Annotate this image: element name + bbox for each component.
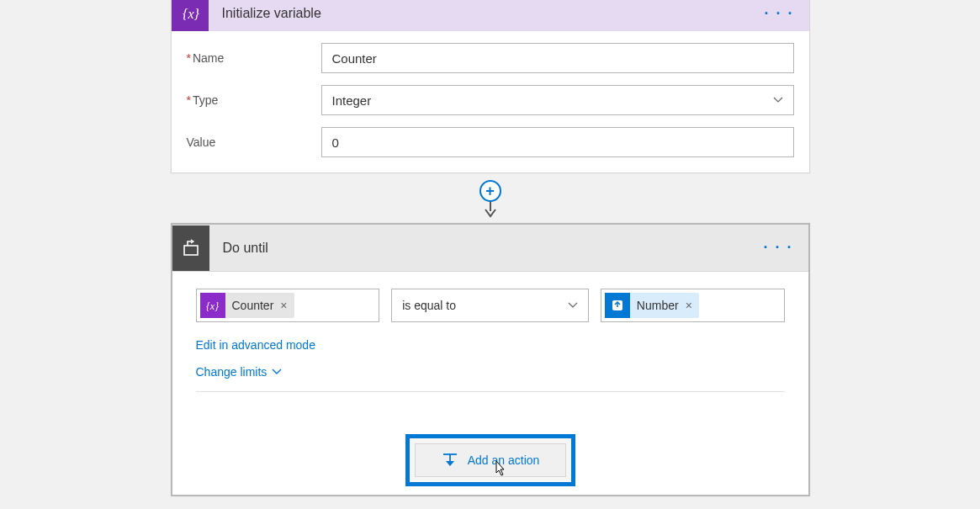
remove-counter-token[interactable]: × (280, 299, 287, 312)
svg-rect-2 (184, 246, 198, 255)
init-var-title: Initialize variable (209, 6, 760, 21)
add-action-button[interactable]: Add an action (415, 443, 566, 477)
counter-token[interactable]: {x} Counter × (200, 293, 294, 318)
change-limits-link[interactable]: Change limits (196, 365, 283, 379)
number-token[interactable]: Number × (605, 293, 699, 318)
do-until-menu-button[interactable]: · · · (758, 239, 797, 257)
init-var-menu-button[interactable]: · · · (759, 5, 798, 23)
svg-text:{x}: {x} (183, 7, 200, 21)
do-until-body: {x} Counter × is equal to (172, 272, 808, 495)
chevron-down-icon (773, 95, 783, 105)
left-operand-box[interactable]: {x} Counter × (196, 289, 380, 322)
operator-select[interactable]: is equal to (391, 289, 589, 322)
chevron-down-icon (568, 300, 578, 310)
init-var-header[interactable]: {x} Initialize variable · · · (172, 0, 809, 31)
type-select[interactable]: Integer (321, 85, 794, 115)
arrow-down-icon (482, 199, 499, 218)
name-label: *Name (187, 51, 321, 65)
chevron-down-icon (272, 367, 282, 377)
type-label: *Type (187, 93, 321, 107)
add-step-button[interactable]: + (479, 180, 501, 202)
value-label: Value (187, 135, 321, 149)
do-until-title: Do until (209, 241, 759, 256)
edit-advanced-mode-link[interactable]: Edit in advanced mode (196, 338, 315, 352)
do-until-icon (172, 225, 209, 271)
initialize-variable-card: {x} Initialize variable · · · *Name *Typ… (171, 0, 810, 173)
input-token-icon (605, 293, 630, 318)
type-value: Integer (332, 93, 372, 108)
highlight-box: Add an action (405, 434, 575, 486)
add-action-icon (441, 451, 459, 469)
init-var-body: *Name *Type Integer Value (172, 31, 809, 172)
do-until-header[interactable]: Do until · · · (172, 225, 808, 272)
remove-number-token[interactable]: × (686, 299, 692, 312)
counter-token-label: Counter (225, 299, 281, 312)
condition-row: {x} Counter × is equal to (196, 289, 785, 322)
flow-connector: + (479, 180, 501, 218)
do-until-card: Do until · · · {x} Counter × is equal to (171, 223, 810, 496)
change-limits-label: Change limits (196, 365, 268, 379)
variable-icon: {x} (172, 0, 209, 31)
name-input[interactable] (321, 43, 794, 73)
value-input[interactable] (321, 127, 794, 157)
svg-text:{x}: {x} (206, 300, 219, 312)
variable-token-icon: {x} (200, 293, 225, 318)
add-action-label: Add an action (468, 453, 540, 467)
number-token-label: Number (630, 299, 686, 312)
action-area: Add an action (196, 392, 785, 495)
operator-value: is equal to (402, 299, 456, 312)
right-operand-box[interactable]: Number × (601, 289, 785, 322)
